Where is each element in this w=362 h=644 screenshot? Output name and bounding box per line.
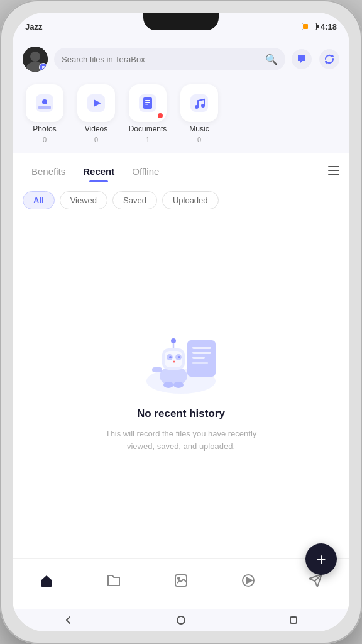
carrier-text: Jazz	[25, 22, 42, 31]
category-music[interactable]: Music 0	[177, 84, 221, 143]
message-icon-button[interactable]	[292, 49, 312, 69]
svg-point-35	[163, 382, 173, 388]
android-nav	[13, 609, 349, 631]
svg-rect-10	[145, 100, 150, 101]
svg-rect-22	[192, 352, 211, 354]
tab-benefits[interactable]: Benefits	[23, 161, 74, 182]
svg-marker-42	[247, 578, 252, 583]
svg-rect-21	[192, 347, 211, 349]
avatar-badge: P	[39, 63, 48, 72]
svg-point-40	[178, 577, 180, 579]
music-label: Music	[189, 125, 209, 133]
documents-badge	[158, 113, 163, 118]
status-right: 4:18	[302, 22, 337, 31]
svg-point-30	[169, 356, 172, 358]
photos-icon-box	[26, 84, 63, 122]
nav-photos[interactable]	[163, 569, 199, 592]
tab-menu-icon[interactable]	[328, 166, 339, 177]
header: P 🔍	[13, 40, 349, 79]
svg-point-1	[30, 52, 40, 62]
main-content: Benefits Recent Offline All Viewed Saved…	[13, 153, 349, 558]
recents-button[interactable]	[286, 613, 301, 628]
avatar[interactable]: P	[23, 47, 48, 72]
photos-label: Photos	[33, 125, 56, 133]
search-input[interactable]	[62, 55, 260, 64]
svg-point-14	[195, 105, 199, 109]
documents-label: Documents	[129, 125, 167, 133]
empty-state: No recent history This will record the f…	[13, 218, 349, 558]
battery-icon	[302, 23, 317, 30]
pill-uploaded[interactable]: Uploaded	[162, 191, 219, 209]
categories-section: Photos 0 Videos 0	[13, 79, 349, 153]
svg-rect-34	[187, 367, 196, 372]
empty-illustration	[137, 325, 225, 400]
svg-point-4	[42, 99, 47, 104]
nav-video[interactable]	[231, 569, 266, 592]
svg-rect-23	[192, 357, 205, 359]
svg-rect-24	[192, 362, 208, 364]
svg-rect-17	[328, 170, 339, 171]
sync-icon-button[interactable]	[319, 49, 339, 69]
battery-fill	[303, 24, 308, 29]
svg-rect-33	[152, 367, 162, 372]
fab-button[interactable]: +	[305, 543, 337, 575]
svg-rect-16	[328, 166, 339, 167]
tab-recent[interactable]: Recent	[74, 161, 123, 182]
tab-offline[interactable]: Offline	[123, 161, 168, 182]
search-icon[interactable]: 🔍	[265, 53, 278, 65]
documents-icon-box	[129, 84, 167, 122]
music-icon-box	[180, 84, 218, 122]
header-icons	[292, 49, 339, 69]
time-text: 4:18	[321, 22, 337, 31]
svg-rect-11	[145, 102, 150, 103]
svg-rect-5	[38, 106, 51, 109]
svg-point-43	[177, 616, 185, 624]
notch	[143, 13, 219, 30]
svg-rect-13	[190, 94, 208, 112]
filter-pills: All Viewed Saved Uploaded	[13, 182, 349, 218]
phone-screen: Jazz 4:18 P	[13, 13, 349, 631]
home-button[interactable]	[173, 613, 189, 628]
svg-rect-9	[143, 97, 152, 109]
videos-label: Videos	[85, 125, 107, 133]
search-bar[interactable]: 🔍	[54, 48, 285, 70]
svg-point-32	[173, 361, 175, 363]
category-videos[interactable]: Videos 0	[74, 84, 118, 143]
pill-saved[interactable]: Saved	[112, 191, 157, 209]
phone-frame: Jazz 4:18 P	[0, 0, 362, 644]
tabs-bar: Benefits Recent Offline	[13, 153, 349, 182]
category-documents[interactable]: Documents 1	[126, 84, 170, 143]
bottom-nav	[13, 558, 349, 609]
empty-title: No recent history	[137, 408, 225, 420]
svg-rect-44	[290, 617, 297, 623]
videos-icon-box	[77, 84, 115, 122]
documents-count: 1	[146, 136, 150, 143]
pill-viewed[interactable]: Viewed	[60, 191, 107, 209]
photos-count: 0	[43, 136, 47, 143]
svg-point-36	[173, 382, 184, 388]
empty-subtitle: This will record the files you have rece…	[99, 428, 263, 452]
svg-point-15	[201, 104, 205, 108]
svg-rect-18	[328, 174, 339, 175]
nav-home[interactable]	[29, 569, 64, 592]
pill-all[interactable]: All	[23, 191, 55, 209]
nav-files[interactable]	[96, 569, 131, 592]
back-button[interactable]	[61, 613, 76, 628]
svg-point-31	[178, 356, 180, 358]
videos-count: 0	[94, 136, 98, 143]
music-count: 0	[197, 136, 201, 143]
svg-rect-12	[145, 104, 148, 105]
category-photos[interactable]: Photos 0	[23, 84, 67, 143]
svg-point-38	[171, 338, 176, 343]
